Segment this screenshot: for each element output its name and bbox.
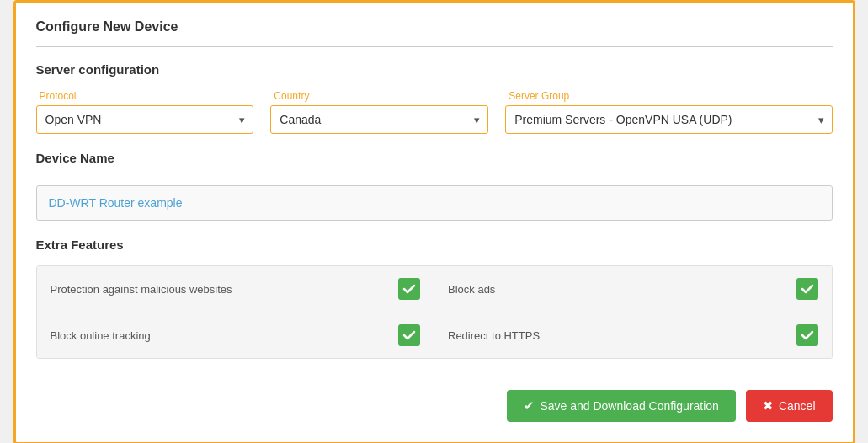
- save-download-button[interactable]: ✔ Save and Download Configuration: [507, 390, 735, 422]
- device-name-input[interactable]: [36, 185, 833, 221]
- extra-features-section: Extra Features Protection against malici…: [36, 238, 833, 359]
- country-field: Country Canada United States United King…: [270, 90, 488, 134]
- feature-label-malicious: Protection against malicious websites: [51, 283, 232, 296]
- feature-row-2: Block online tracking Redirect to HTTPS: [37, 312, 832, 358]
- server-group-select[interactable]: Premium Servers - OpenVPN USA (UDP) Stan…: [505, 105, 832, 134]
- save-button-label: Save and Download Configuration: [540, 399, 718, 413]
- server-group-select-wrapper: Premium Servers - OpenVPN USA (UDP) Stan…: [505, 105, 832, 134]
- country-select[interactable]: Canada United States United Kingdom Germ…: [270, 105, 488, 134]
- server-group-field: Server Group Premium Servers - OpenVPN U…: [505, 90, 832, 134]
- feature-label-blockads: Block ads: [448, 283, 495, 296]
- configure-device-panel: Configure New Device Server configuratio…: [13, 0, 855, 443]
- feature-checkbox-https[interactable]: [796, 324, 818, 346]
- extra-features-title: Extra Features: [36, 238, 833, 252]
- server-config-row: Protocol Open VPN IKEv2 WireGuard Countr…: [36, 90, 833, 134]
- feature-cell-blockads: Block ads: [434, 266, 832, 312]
- country-label: Country: [270, 90, 488, 102]
- cancel-icon: ✖: [763, 398, 774, 414]
- country-select-wrapper: Canada United States United Kingdom Germ…: [270, 105, 488, 134]
- device-name-section-title: Device Name: [36, 151, 833, 165]
- device-name-section: Device Name: [36, 151, 833, 221]
- protocol-field: Protocol Open VPN IKEv2 WireGuard: [36, 90, 254, 134]
- server-config-section-title: Server configuration: [36, 62, 833, 77]
- protocol-label: Protocol: [36, 90, 254, 102]
- feature-row-1: Protection against malicious websites Bl…: [37, 266, 832, 312]
- feature-label-tracking: Block online tracking: [51, 329, 151, 342]
- features-grid: Protection against malicious websites Bl…: [36, 265, 833, 359]
- footer-actions: ✔ Save and Download Configuration ✖ Canc…: [36, 376, 833, 422]
- save-icon: ✔: [524, 398, 535, 414]
- feature-checkbox-blockads[interactable]: [796, 278, 818, 300]
- title-divider: [36, 46, 833, 47]
- feature-checkbox-malicious[interactable]: [398, 278, 420, 300]
- page-title: Configure New Device: [36, 19, 833, 35]
- protocol-select[interactable]: Open VPN IKEv2 WireGuard: [36, 105, 254, 134]
- server-group-label: Server Group: [505, 90, 832, 102]
- feature-label-https: Redirect to HTTPS: [448, 329, 540, 342]
- feature-cell-tracking: Block online tracking: [37, 312, 435, 358]
- cancel-button[interactable]: ✖ Cancel: [746, 390, 833, 422]
- feature-checkbox-tracking[interactable]: [398, 324, 420, 346]
- feature-cell-https: Redirect to HTTPS: [434, 312, 832, 358]
- protocol-select-wrapper: Open VPN IKEv2 WireGuard: [36, 105, 254, 134]
- cancel-button-label: Cancel: [779, 399, 816, 413]
- feature-cell-malicious: Protection against malicious websites: [37, 266, 435, 312]
